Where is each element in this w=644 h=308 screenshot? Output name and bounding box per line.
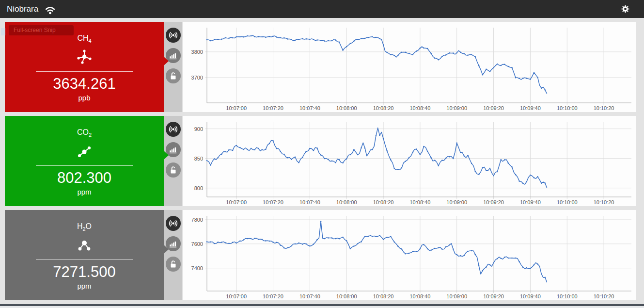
svg-text:10:10:00: 10:10:00 <box>557 199 578 205</box>
broadcast-icon[interactable] <box>166 28 181 43</box>
svg-text:10:08:20: 10:08:20 <box>373 293 394 299</box>
svg-text:10:08:00: 10:08:00 <box>336 293 357 299</box>
gas-value: 802.300 <box>57 169 111 187</box>
chart-card-h2o[interactable]: 10:07:0010:07:2010:07:4010:08:0010:08:20… <box>183 210 636 300</box>
gas-formula: CH4 <box>77 33 91 46</box>
svg-text:10:09:40: 10:09:40 <box>520 105 541 111</box>
lock-open-icon[interactable] <box>166 257 181 272</box>
chart-card-co2[interactable]: 10:07:0010:07:2010:07:4010:08:0010:08:20… <box>183 116 636 206</box>
svg-text:10:09:20: 10:09:20 <box>483 199 504 205</box>
card-pointer <box>164 151 169 160</box>
svg-text:10:07:20: 10:07:20 <box>263 105 283 111</box>
svg-text:7600: 7600 <box>191 241 203 247</box>
gas-unit: ppb <box>78 94 90 102</box>
svg-text:10:07:20: 10:07:20 <box>263 293 283 299</box>
water-molecule-icon <box>75 236 94 256</box>
svg-text:10:09:40: 10:09:40 <box>520 293 541 299</box>
gas-row-co2: CO2 802.300 ppm 10:07:0010:07:2010:07:40… <box>0 116 644 206</box>
svg-text:10:09:40: 10:09:40 <box>520 199 541 205</box>
svg-text:10:09:00: 10:09:00 <box>446 105 467 111</box>
ch4-trend-chart: 10:07:0010:07:2010:07:4010:08:0010:08:20… <box>183 22 636 112</box>
divider <box>36 165 133 166</box>
svg-text:10:07:00: 10:07:00 <box>226 105 247 111</box>
svg-text:10:09:00: 10:09:00 <box>446 293 467 299</box>
snip-overlay-label: Full-screen Snip <box>9 25 74 35</box>
svg-text:800: 800 <box>194 185 203 191</box>
h2o-trend-chart: 10:07:0010:07:2010:07:4010:08:0010:08:20… <box>183 210 636 300</box>
lock-open-icon[interactable] <box>166 68 181 83</box>
svg-text:7800: 7800 <box>191 217 203 223</box>
snip-artifact <box>1 28 5 35</box>
co2-molecule-icon <box>75 142 94 162</box>
icon-strip <box>164 210 182 300</box>
svg-text:10:08:20: 10:08:20 <box>373 105 394 111</box>
window-bottom-light <box>0 306 644 308</box>
svg-text:10:07:00: 10:07:00 <box>226 199 247 205</box>
svg-text:10:08:40: 10:08:40 <box>409 199 430 205</box>
broadcast-icon[interactable] <box>166 216 181 231</box>
wifi-icon <box>44 4 57 15</box>
gas-card-h2o[interactable]: H2O 7271.500 ppm <box>5 210 164 300</box>
chart-card-ch4[interactable]: 10:07:0010:07:2010:07:4010:08:0010:08:20… <box>183 22 636 112</box>
divider <box>36 259 133 260</box>
top-bar: Niobrara <box>0 0 644 18</box>
methane-molecule-icon <box>75 48 94 67</box>
broadcast-icon[interactable] <box>166 122 181 137</box>
gas-formula: CO2 <box>77 128 92 140</box>
gas-card-co2[interactable]: CO2 802.300 ppm <box>5 116 164 206</box>
lock-open-icon[interactable] <box>166 162 181 178</box>
svg-text:10:08:00: 10:08:00 <box>336 105 357 111</box>
svg-text:10:08:20: 10:08:20 <box>373 199 394 205</box>
svg-text:10:07:40: 10:07:40 <box>299 105 320 111</box>
gas-row-ch4: Full-screen Snip CH4 3634.261 ppb <box>0 22 644 112</box>
card-pointer <box>164 57 169 65</box>
gas-unit: ppm <box>77 282 91 290</box>
gas-formula: H2O <box>77 222 92 234</box>
icon-strip <box>164 22 182 112</box>
gas-value: 3634.261 <box>53 75 115 93</box>
gas-card-ch4[interactable]: Full-screen Snip CH4 3634.261 ppb <box>5 22 164 112</box>
svg-text:10:07:40: 10:07:40 <box>299 293 320 299</box>
svg-text:10:07:40: 10:07:40 <box>299 199 320 205</box>
svg-text:3700: 3700 <box>191 75 203 81</box>
gas-unit: ppm <box>77 188 91 196</box>
svg-text:3800: 3800 <box>191 49 203 55</box>
icon-strip <box>164 116 182 206</box>
svg-text:10:08:40: 10:08:40 <box>409 293 430 299</box>
gas-value: 7271.500 <box>53 263 115 281</box>
svg-text:850: 850 <box>194 156 203 162</box>
svg-text:10:10:00: 10:10:00 <box>557 105 578 111</box>
co2-trend-chart: 10:07:0010:07:2010:07:4010:08:0010:08:20… <box>183 116 636 206</box>
svg-text:10:09:00: 10:09:00 <box>446 199 467 205</box>
card-pointer <box>164 245 169 254</box>
svg-text:10:07:20: 10:07:20 <box>263 199 283 205</box>
svg-text:7400: 7400 <box>191 265 203 271</box>
svg-text:10:10:00: 10:10:00 <box>557 293 578 299</box>
svg-text:10:10:20: 10:10:20 <box>594 293 614 299</box>
svg-text:10:09:20: 10:09:20 <box>483 293 504 299</box>
svg-text:10:09:20: 10:09:20 <box>483 105 504 111</box>
svg-text:10:08:40: 10:08:40 <box>409 105 430 111</box>
svg-text:10:07:00: 10:07:00 <box>226 293 247 299</box>
settings-gear-icon[interactable] <box>620 4 630 14</box>
gas-row-h2o: H2O 7271.500 ppm 10:07:0010:07:2 <box>0 210 644 300</box>
svg-text:10:10:20: 10:10:20 <box>594 105 614 111</box>
svg-text:10:10:20: 10:10:20 <box>594 199 614 205</box>
app-title: Niobrara <box>7 4 38 14</box>
svg-text:900: 900 <box>194 126 203 132</box>
divider <box>36 71 133 72</box>
svg-text:10:08:00: 10:08:00 <box>336 199 357 205</box>
